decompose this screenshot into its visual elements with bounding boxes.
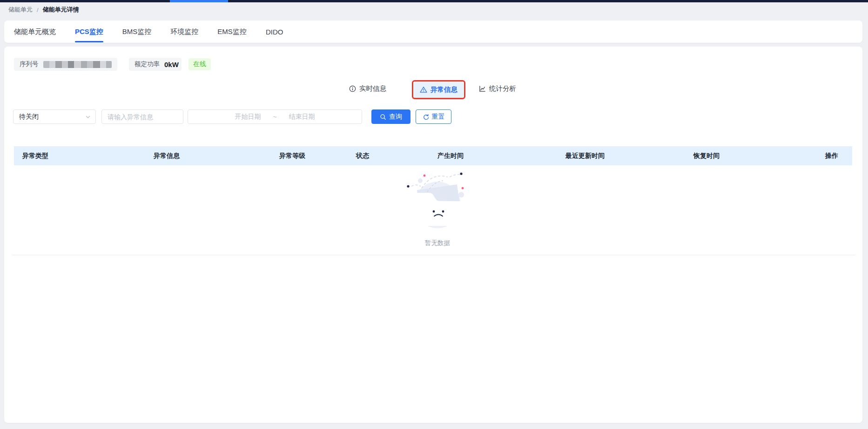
tab-env-monitor[interactable]: 环境监控 xyxy=(170,20,198,43)
serial-number-label: 序列号 xyxy=(20,60,39,68)
subtab-realtime-info[interactable]: 实时信息 xyxy=(349,84,386,93)
table-bottom-divider xyxy=(13,255,855,255)
date-range-picker[interactable]: 开始日期 ~ 结束日期 xyxy=(188,109,362,124)
col-recovered-time: 恢复时间 xyxy=(693,146,720,165)
empty-state: 暂无数据 xyxy=(396,168,479,247)
tab-storage-unit-overview[interactable]: 储能单元概览 xyxy=(14,20,56,43)
breadcrumb: 储能单元 / 储能单元详情 xyxy=(8,5,79,14)
col-updated-time: 最近更新时间 xyxy=(565,146,605,165)
tab-bms-monitor[interactable]: BMS监控 xyxy=(122,20,152,43)
search-button[interactable]: 查询 xyxy=(371,109,410,124)
breadcrumb-item-detail: 储能单元详情 xyxy=(43,6,79,14)
subtab-abnormal-label: 异常信息 xyxy=(431,85,458,94)
subtab-realtime-label: 实时信息 xyxy=(359,84,386,93)
page: 储能单元 / 储能单元详情 储能单元概览 PCS监控 BMS监控 环境监控 EM… xyxy=(0,0,868,429)
line-chart-icon xyxy=(479,85,486,92)
col-abnormal-info: 异常信息 xyxy=(154,146,180,165)
warning-triangle-icon xyxy=(420,86,427,93)
online-status-badge: 在线 xyxy=(188,58,211,70)
col-status: 状态 xyxy=(356,146,369,165)
date-start-field[interactable]: 开始日期 xyxy=(235,113,261,121)
empty-folder-illustration xyxy=(400,168,475,235)
tab-pcs-monitor[interactable]: PCS监控 xyxy=(75,20,103,43)
empty-text: 暂无数据 xyxy=(396,239,479,247)
serial-number-pill: 序列号 xyxy=(14,58,117,71)
main-tabs: 储能单元概览 PCS监控 BMS监控 环境监控 EMS监控 DIDO xyxy=(14,20,283,43)
tab-dido[interactable]: DIDO xyxy=(266,20,283,43)
breadcrumb-item-storage-unit[interactable]: 储能单元 xyxy=(8,6,33,14)
subtab-stats-analysis[interactable]: 统计分析 xyxy=(479,84,516,93)
rated-power-value: 0kW xyxy=(164,61,179,68)
col-actions: 操作 xyxy=(825,146,838,165)
status-select-value: 待关闭 xyxy=(19,113,39,121)
rated-power-label: 额定功率 xyxy=(135,60,160,68)
red-highlight-box: 异常信息 xyxy=(412,80,465,99)
col-abnormal-level: 异常等级 xyxy=(279,146,305,165)
top-scrollbar-track xyxy=(0,0,868,2)
tab-ems-monitor[interactable]: EMS监控 xyxy=(217,20,247,43)
info-circle-icon xyxy=(349,85,356,92)
col-created-time: 产生时间 xyxy=(437,146,464,165)
subtab-stats-label: 统计分析 xyxy=(489,84,516,93)
reset-button-label: 重置 xyxy=(432,113,445,121)
serial-number-redacted-value xyxy=(43,61,112,68)
content-card: 序列号 额定功率 0kW 在线 实时信息 异常信息 xyxy=(4,47,862,423)
search-icon xyxy=(380,114,386,120)
chevron-down-icon xyxy=(85,114,91,120)
top-scrollbar-thumb[interactable] xyxy=(170,0,228,2)
status-select[interactable]: 待关闭 xyxy=(13,109,96,124)
date-range-separator: ~ xyxy=(273,113,276,121)
rated-power-pill: 额定功率 0kW xyxy=(129,58,182,71)
keyword-input[interactable] xyxy=(108,113,177,121)
search-button-label: 查询 xyxy=(389,113,402,121)
refresh-icon xyxy=(423,114,429,120)
table-header: 异常类型 异常信息 异常等级 状态 产生时间 最近更新时间 恢复时间 操作 xyxy=(14,146,852,165)
reset-button[interactable]: 重置 xyxy=(416,109,451,124)
col-abnormal-type: 异常类型 xyxy=(22,146,48,165)
date-end-field[interactable]: 结束日期 xyxy=(289,113,315,121)
breadcrumb-separator: / xyxy=(37,7,39,14)
tab-bar-card: 储能单元概览 PCS监控 BMS监控 环境监控 EMS监控 DIDO xyxy=(4,20,862,43)
subtab-abnormal-info[interactable]: 异常信息 xyxy=(414,82,464,97)
keyword-input-wrap xyxy=(101,109,183,124)
